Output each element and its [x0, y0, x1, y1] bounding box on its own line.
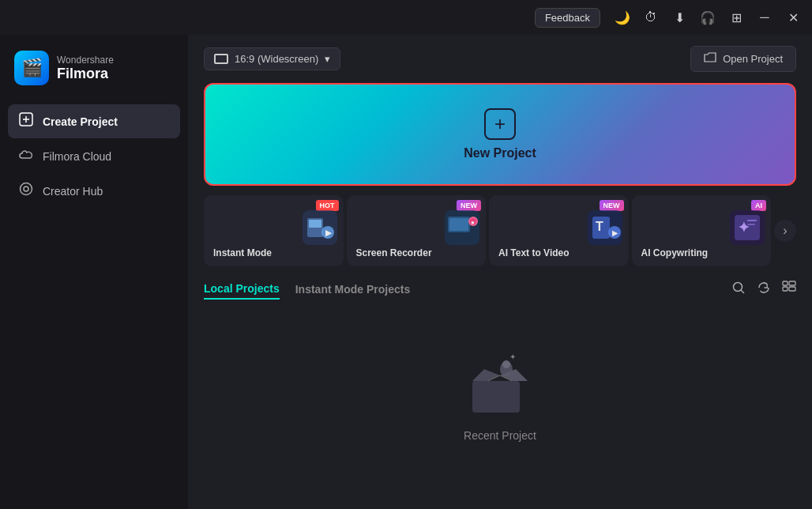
creator-hub-label: Creator Hub [43, 185, 103, 198]
svg-text:✦: ✦ [509, 353, 516, 361]
titlebar: Feedback 🌙 ⏱ ⬇ 🎧 ⊞ ─ ✕ [0, 0, 812, 35]
headphone-icon[interactable]: 🎧 [695, 5, 720, 30]
feature-cards-row: HOT ▶ Instant Mode NEW [188, 186, 812, 266]
projects-tabs: Local Projects Instant Mode Projects [204, 279, 796, 300]
hot-badge: HOT [316, 200, 339, 211]
sidebar-item-creator-hub[interactable]: Creator Hub [8, 174, 180, 208]
close-button[interactable]: ✕ [780, 5, 806, 30]
screen-recorder-icon: ● [445, 210, 479, 251]
svg-rect-12 [449, 218, 468, 231]
svg-text:T: T [596, 220, 603, 233]
feature-card-instant-mode[interactable]: HOT ▶ Instant Mode [204, 195, 344, 266]
sidebar-item-filmora-cloud[interactable]: Filmora Cloud [8, 140, 180, 172]
open-project-button[interactable]: Open Project [690, 46, 796, 72]
ai-copywriting-label: AI Copywriting [641, 247, 709, 258]
aspect-ratio-chevron: ▾ [325, 53, 330, 65]
feature-card-ai-text-to-video[interactable]: NEW T ▶ AI Text to Video [489, 195, 629, 266]
new-project-content: + New Project [464, 108, 536, 160]
brand-label: Wondershare [57, 55, 114, 66]
search-icon[interactable] [731, 281, 746, 299]
new-badge-screen: NEW [457, 200, 481, 211]
aspect-ratio-selector[interactable]: 16:9 (Widescreen) ▾ [204, 47, 340, 70]
svg-text:●: ● [471, 219, 475, 226]
tab-instant-mode-projects[interactable]: Instant Mode Projects [295, 280, 410, 299]
filmora-cloud-icon [19, 148, 33, 164]
ai-badge: AI [751, 200, 766, 211]
feature-card-screen-recorder[interactable]: NEW ● Screen Recorder [347, 195, 487, 266]
titlebar-controls: Feedback 🌙 ⏱ ⬇ 🎧 ⊞ ─ ✕ [535, 5, 806, 30]
refresh-icon[interactable] [757, 281, 771, 299]
top-bar: 16:9 (Widescreen) ▾ Open Project [188, 35, 812, 83]
new-project-banner[interactable]: + New Project [204, 83, 796, 186]
create-project-label: Create Project [43, 115, 118, 128]
new-project-label: New Project [464, 146, 536, 160]
projects-empty-state: ✦ Recent Project [204, 309, 796, 509]
logo-area: 🎬 Wondershare Filmora [0, 43, 188, 104]
sidebar: 🎬 Wondershare Filmora Create Project [0, 35, 188, 509]
grid-view-icon[interactable] [782, 281, 796, 299]
svg-point-26 [734, 282, 742, 291]
logo-text: Wondershare Filmora [57, 55, 114, 82]
creator-hub-icon [19, 182, 33, 200]
sidebar-item-create-project[interactable]: Create Project [8, 104, 180, 138]
ai-text-to-video-label: AI Text to Video [498, 247, 570, 258]
feature-cards-next-button[interactable]: › [774, 220, 796, 242]
svg-rect-7 [309, 220, 321, 228]
minimize-button[interactable]: ─ [752, 5, 777, 30]
filmora-cloud-label: Filmora Cloud [43, 150, 111, 163]
feedback-button[interactable]: Feedback [535, 8, 600, 28]
ai-copywriting-icon: ✦ [730, 210, 765, 251]
theme-icon[interactable]: 🌙 [610, 5, 635, 30]
aspect-ratio-label: 16:9 (Widescreen) [235, 53, 318, 65]
open-project-label: Open Project [723, 53, 783, 65]
instant-mode-icon: ▶ [303, 210, 337, 251]
svg-text:▶: ▶ [325, 228, 333, 237]
svg-rect-25 [747, 224, 755, 225]
instant-mode-label: Instant Mode [213, 247, 272, 258]
ratio-icon [214, 54, 228, 64]
feature-card-ai-copywriting[interactable]: AI ✦ AI Copywriting [632, 195, 772, 266]
main-layout: 🎬 Wondershare Filmora Create Project [0, 35, 812, 509]
svg-text:✦: ✦ [738, 220, 750, 236]
grid-icon[interactable]: ⊞ [724, 5, 749, 30]
ai-text-icon: T ▶ [588, 210, 622, 251]
svg-rect-31 [789, 287, 795, 291]
empty-state-icon: ✦ [461, 353, 539, 417]
svg-text:▶: ▶ [612, 229, 618, 237]
download-icon[interactable]: ⬇ [667, 5, 692, 30]
svg-rect-30 [783, 287, 788, 291]
content-area: 16:9 (Widescreen) ▾ Open Project + New P… [188, 35, 812, 509]
svg-rect-24 [747, 220, 757, 221]
new-project-plus-icon: + [484, 108, 516, 140]
svg-line-27 [741, 290, 744, 293]
svg-point-34 [502, 360, 510, 368]
svg-rect-32 [472, 381, 520, 413]
tab-local-projects[interactable]: Local Projects [204, 279, 280, 300]
product-label: Filmora [57, 66, 114, 82]
svg-point-3 [21, 183, 32, 195]
empty-state-label: Recent Project [464, 429, 536, 442]
svg-rect-29 [789, 281, 795, 285]
folder-icon [704, 52, 716, 66]
svg-point-4 [24, 187, 28, 191]
projects-section: Local Projects Instant Mode Projects [188, 266, 812, 509]
sidebar-nav: Create Project Filmora Cloud Creator [0, 104, 188, 208]
create-project-icon [19, 112, 33, 130]
svg-rect-28 [783, 281, 788, 285]
timer-icon[interactable]: ⏱ [638, 5, 664, 30]
new-badge-ai-text: NEW [600, 200, 624, 211]
tab-actions [731, 281, 796, 299]
screen-recorder-label: Screen Recorder [356, 247, 432, 258]
app-logo-icon: 🎬 [14, 51, 49, 85]
